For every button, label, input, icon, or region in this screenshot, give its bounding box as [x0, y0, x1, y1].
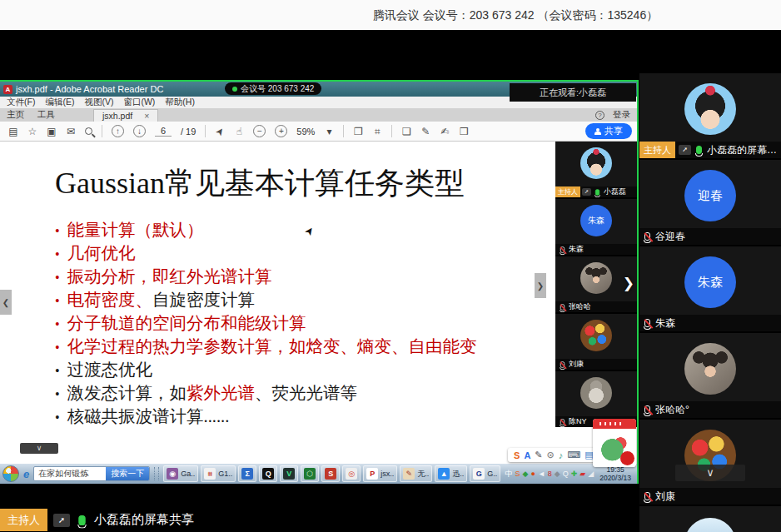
taskbar-app-button[interactable]: Pjsx.. — [363, 465, 397, 482]
print-icon[interactable]: ▣ — [47, 126, 57, 137]
acrobat-tabbar: 主页 工具 jsxh.pdf × ? 登录 — [0, 108, 637, 122]
stamp-icon[interactable]: ❒ — [459, 126, 469, 137]
tab-home[interactable]: 主页 — [7, 109, 24, 121]
participant-label: 刘康 — [639, 488, 781, 505]
menu-item[interactable]: 窗口(W) — [123, 97, 155, 108]
avatar — [684, 518, 736, 532]
pdf-document-area[interactable]: Gaussian常见基本计算任务类型 •能量计算（默认）•几何优化•振动分析，即… — [0, 142, 637, 464]
taskbar-app-button[interactable]: ⬡ — [301, 465, 319, 482]
taskbar-app-button[interactable]: GG.. — [470, 465, 500, 482]
taskbar-app-button[interactable]: Σ — [238, 465, 256, 482]
tray-icon[interactable]: 8 — [548, 465, 552, 482]
strip-expand-icon[interactable]: ❯ — [623, 275, 634, 292]
participant-tile[interactable]: 朱森朱森 — [639, 246, 781, 331]
taskbar-app-button[interactable]: S — [321, 465, 340, 482]
email-icon[interactable]: ✉ — [66, 126, 76, 137]
participant-tile[interactable]: 迎春谷迎春 — [639, 160, 781, 245]
participant-tile[interactable]: 主持人➚小磊磊的屏幕共享 — [639, 73, 781, 158]
zoom-level[interactable]: 59% — [296, 127, 315, 137]
app-icon: Σ — [241, 468, 253, 480]
avatar — [684, 343, 736, 395]
app-icon: ▲ — [438, 468, 450, 480]
participants-sidebar: 主持人➚小磊磊的屏幕共享迎春谷迎春朱森朱森张哈哈°刘康 ∨ — [639, 30, 781, 532]
help-icon[interactable]: ? — [595, 111, 604, 120]
ad-popup-badge[interactable] — [620, 451, 634, 465]
comment-icon[interactable]: ❏ — [401, 126, 411, 137]
participant-tile-partial[interactable] — [639, 506, 781, 532]
input-bar-icon[interactable]: A — [524, 450, 530, 460]
taskbar-app-button[interactable]: ◎ — [342, 465, 361, 482]
tray-icon[interactable]: ✚ — [571, 465, 578, 482]
input-bar-icon[interactable]: ⌨ — [567, 450, 580, 460]
taskbar-app-button[interactable]: Q — [259, 465, 277, 482]
tray-icon[interactable]: S — [515, 465, 520, 482]
signin-link[interactable]: 登录 — [613, 109, 630, 121]
taskbar-app-button[interactable]: ▲迅.. — [435, 465, 467, 482]
tray-icon[interactable]: 中 — [505, 465, 513, 482]
app-icon: ✎ — [403, 468, 415, 480]
sidebar-collapse-icon[interactable]: ∨ — [675, 465, 745, 481]
hand-tool-icon[interactable]: ☝ — [234, 126, 244, 137]
zoom-in-icon[interactable]: + — [275, 125, 287, 137]
tray-icon[interactable]: Q — [563, 465, 569, 482]
sign-icon[interactable]: ✍ — [440, 126, 450, 137]
taskbar-app-button[interactable]: ✎无.. — [400, 465, 432, 482]
tray-icon[interactable]: ▰ — [580, 465, 585, 482]
input-bar-icon[interactable]: ♪ — [559, 450, 564, 460]
taskbar-app-button[interactable]: ◉Ga.. — [163, 465, 198, 482]
participant-tile[interactable]: 刘康 — [639, 420, 781, 505]
select-tool-icon[interactable]: ➤ — [212, 124, 227, 139]
input-bar-icon[interactable]: S — [514, 450, 520, 460]
prev-page-arrow[interactable]: ❮ — [0, 290, 12, 315]
participant-tile[interactable]: 刘康 — [555, 314, 637, 370]
tab-tools[interactable]: 工具 — [37, 109, 55, 121]
page-down-icon[interactable]: ↓ — [133, 125, 146, 137]
avatar — [580, 377, 612, 409]
search-input[interactable]: 在家如何锻炼 — [34, 468, 106, 480]
search-icon[interactable] — [85, 127, 92, 135]
taskbar-clock[interactable]: 19:35 2020/3/13 — [596, 465, 634, 482]
input-bar-icon[interactable]: ⊙ — [547, 450, 555, 460]
tray-icon[interactable]: ● — [530, 465, 535, 482]
participant-label: 主持人➚小磊磊 — [555, 186, 637, 197]
page-number-input[interactable]: 6 — [155, 126, 172, 137]
tray-icon[interactable]: ◆ — [523, 465, 529, 482]
taskbar-app-button[interactable]: ⌗G1.. — [201, 465, 236, 482]
participant-tile[interactable]: 主持人➚小磊磊 — [555, 142, 637, 197]
adobe-share-button[interactable]: 共享 — [585, 123, 632, 139]
menu-item[interactable]: 文件(F) — [7, 97, 35, 108]
participant-tile[interactable]: 朱森朱森 — [555, 199, 637, 255]
page-view-icon[interactable]: ❐ — [353, 126, 363, 137]
participant-tile[interactable]: 张哈哈° — [639, 333, 781, 418]
bullet-marker: • — [55, 271, 60, 285]
ad-popup[interactable] — [593, 419, 636, 467]
next-page-arrow[interactable]: ❯ — [535, 273, 546, 298]
ie-icon[interactable]: e — [22, 468, 31, 480]
tray-icon[interactable]: ◆ — [555, 465, 560, 482]
taskbar-app-button[interactable]: V — [280, 465, 298, 482]
page-up-icon[interactable]: ↑ — [112, 125, 124, 137]
menu-item[interactable]: 编辑(E) — [45, 97, 74, 108]
tray-icon[interactable]: ◢ — [588, 465, 594, 482]
zoom-caret-icon[interactable]: ▾ — [324, 126, 334, 137]
meeting-info-bar: 腾讯会议 会议号：203 673 242 （会议密码：135246） — [0, 0, 781, 30]
highlight-icon[interactable]: ✎ — [420, 126, 430, 137]
participant-name: 小磊磊 — [604, 186, 626, 197]
menu-item[interactable]: 帮助(H) — [165, 97, 195, 108]
meeting-id-pill[interactable]: 会议号 203 673 242 — [225, 82, 321, 95]
measure-icon[interactable]: ⌗ — [372, 126, 382, 137]
search-button[interactable]: 搜索一下 — [106, 466, 149, 481]
save-icon[interactable]: ▤ — [8, 126, 18, 137]
zoom-out-icon[interactable]: − — [253, 125, 266, 137]
tray-icon[interactable]: ◄ — [538, 465, 545, 482]
strip-collapse-icon[interactable]: ∨ — [20, 443, 58, 454]
input-bar-icon[interactable]: ✎ — [535, 450, 542, 460]
menu-item[interactable]: 视图(V) — [84, 97, 113, 108]
taskbar-search[interactable]: 在家如何锻炼 搜索一下 — [33, 466, 150, 481]
tab-document[interactable]: jsxh.pdf × — [93, 109, 158, 122]
start-button[interactable] — [2, 465, 19, 482]
close-icon[interactable]: × — [144, 111, 149, 121]
mic-muted-icon — [560, 304, 565, 311]
star-icon[interactable]: ☆ — [27, 126, 37, 137]
bullet-line: •核磁共振波谱计算...... — [55, 405, 555, 429]
